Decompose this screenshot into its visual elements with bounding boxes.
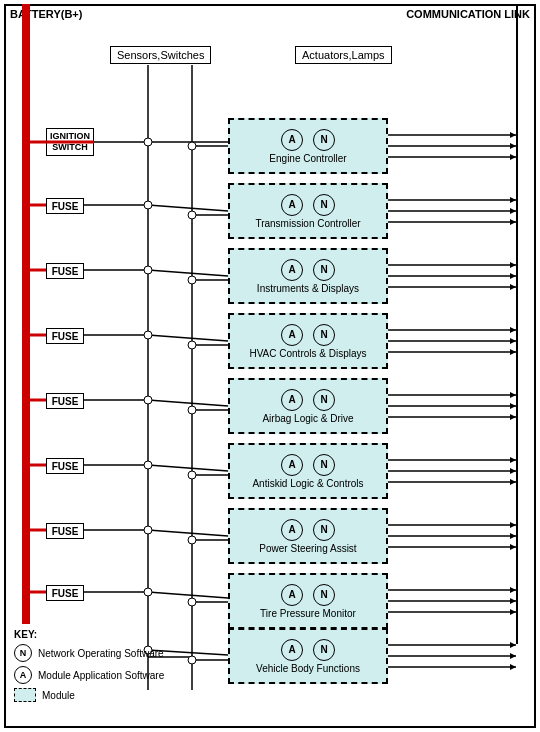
label-transmission: Transmission Controller: [255, 218, 360, 229]
key-label: KEY:: [14, 629, 164, 640]
actuators-header: Actuators,Lamps: [295, 46, 392, 64]
module-engine: AN Engine Controller: [228, 118, 388, 174]
fuse-4: FUSE: [46, 393, 84, 409]
commlink-label: COMMUNICATION LINK: [406, 8, 530, 20]
key-circle-a: A: [14, 666, 32, 684]
module-airbag: AN Airbag Logic & Drive: [228, 378, 388, 434]
module-instruments: AN Instruments & Displays: [228, 248, 388, 304]
ignition-switch: IGNITIONSWITCH: [46, 128, 94, 156]
module-steering: AN Power Steering Assist: [228, 508, 388, 564]
key-item-module: Module: [14, 688, 164, 702]
module-body: AN Vehicle Body Functions: [228, 628, 388, 684]
module-hvac: AN HVAC Controls & Displays: [228, 313, 388, 369]
fuse-6: FUSE: [46, 523, 84, 539]
key-section: KEY: N Network Operating Software A Modu…: [14, 629, 164, 702]
module-tire: AN Tire Pressure Monitor: [228, 573, 388, 629]
sensors-header: Sensors,Switches: [110, 46, 211, 64]
module-antiskid: AN Antiskid Logic & Controls: [228, 443, 388, 499]
label-body: Vehicle Body Functions: [256, 663, 360, 674]
label-airbag: Airbag Logic & Drive: [262, 413, 353, 424]
label-antiskid: Antiskid Logic & Controls: [252, 478, 363, 489]
label-steering: Power Steering Assist: [259, 543, 356, 554]
key-item-n: N Network Operating Software: [14, 644, 164, 662]
key-n-label: Network Operating Software: [38, 648, 164, 659]
circle-n-engine: N: [313, 129, 335, 151]
comm-link-line: [516, 4, 518, 644]
battery-label: BATTERY(B+): [10, 8, 82, 20]
fuse-7: FUSE: [46, 585, 84, 601]
label-tire: Tire Pressure Monitor: [260, 608, 356, 619]
fuse-2: FUSE: [46, 263, 84, 279]
module-transmission: AN Transmission Controller: [228, 183, 388, 239]
key-item-a: A Module Application Software: [14, 666, 164, 684]
label-engine: Engine Controller: [269, 153, 346, 164]
battery-bus: [22, 4, 30, 624]
diagram-container: BATTERY(B+) COMMUNICATION LINK Sensors,S…: [0, 0, 540, 732]
key-a-label: Module Application Software: [38, 670, 164, 681]
label-hvac: HVAC Controls & Displays: [249, 348, 366, 359]
fuse-1: FUSE: [46, 198, 84, 214]
key-module-label: Module: [42, 690, 75, 701]
circle-a-engine: A: [281, 129, 303, 151]
label-instruments: Instruments & Displays: [257, 283, 359, 294]
ignition-label: IGNITIONSWITCH: [50, 131, 90, 153]
fuse-5: FUSE: [46, 458, 84, 474]
fuse-3: FUSE: [46, 328, 84, 344]
key-circle-n: N: [14, 644, 32, 662]
key-rect-module: [14, 688, 36, 702]
